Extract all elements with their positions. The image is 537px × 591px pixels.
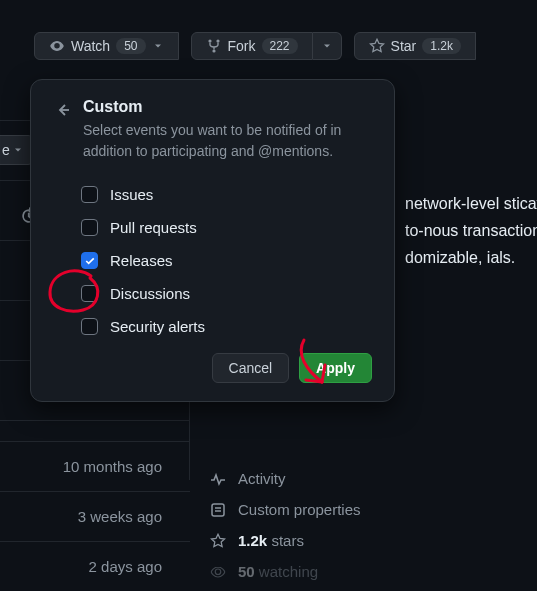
- time-row: 2 days ago: [0, 541, 190, 591]
- checkbox[interactable]: [81, 285, 98, 302]
- star-icon: [210, 533, 226, 549]
- activity-row[interactable]: Activity: [210, 470, 361, 487]
- watch-custom-popover: Custom Select events you want to be noti…: [30, 79, 395, 402]
- time-row: 3 weeks ago: [0, 491, 190, 541]
- activity-label: Activity: [238, 470, 286, 487]
- checkbox[interactable]: [81, 186, 98, 203]
- option-security-alerts[interactable]: Security alerts: [81, 318, 372, 335]
- star-count: 1.2k: [422, 38, 461, 54]
- note-icon: [210, 502, 226, 518]
- caret-down-icon: [321, 38, 333, 54]
- watch-button-group: Watch 50: [34, 32, 179, 60]
- option-label: Pull requests: [110, 219, 197, 236]
- svg-point-5: [212, 49, 215, 52]
- star-label: Star: [391, 38, 417, 54]
- popover-title: Custom: [83, 98, 372, 116]
- svg-point-4: [216, 39, 219, 42]
- repo-description-fragment: network-level sticated end-to-nous trans…: [405, 190, 537, 272]
- watching-count: 50: [238, 563, 255, 580]
- repo-meta-sidebar: Activity Custom properties 1.2k stars 50…: [210, 470, 361, 580]
- checkbox[interactable]: [81, 219, 98, 236]
- watching-suffix: watching: [259, 563, 318, 580]
- option-label: Releases: [110, 252, 173, 269]
- caret-down-icon: [152, 38, 164, 54]
- custom-properties-row[interactable]: Custom properties: [210, 501, 361, 518]
- cancel-button[interactable]: Cancel: [212, 353, 290, 383]
- option-label: Issues: [110, 186, 153, 203]
- option-discussions[interactable]: Discussions: [81, 285, 372, 302]
- pulse-icon: [210, 471, 226, 487]
- popover-description: Select events you want to be notified of…: [83, 120, 372, 162]
- repo-action-bar: Watch 50 Fork 222 Star 1.2k: [34, 32, 537, 60]
- watch-button[interactable]: Watch 50: [34, 32, 179, 60]
- stars-row[interactable]: 1.2k stars: [210, 532, 361, 549]
- custom-properties-label: Custom properties: [238, 501, 361, 518]
- option-pull-requests[interactable]: Pull requests: [81, 219, 372, 236]
- chip-text: e: [2, 142, 10, 158]
- option-label: Discussions: [110, 285, 190, 302]
- option-releases[interactable]: Releases: [81, 252, 372, 269]
- arrow-left-icon: [55, 102, 71, 118]
- star-button-group: Star 1.2k: [354, 32, 476, 60]
- fork-label: Fork: [228, 38, 256, 54]
- eye-icon: [49, 38, 65, 54]
- eye-icon: [210, 564, 226, 580]
- watching-row[interactable]: 50 watching: [210, 563, 361, 580]
- caret-down-icon: [12, 142, 24, 158]
- back-button[interactable]: [53, 100, 73, 123]
- fork-button[interactable]: Fork 222: [191, 32, 313, 60]
- apply-button[interactable]: Apply: [299, 353, 372, 383]
- fork-count: 222: [262, 38, 298, 54]
- fork-icon: [206, 38, 222, 54]
- option-label: Security alerts: [110, 318, 205, 335]
- notification-options-list: Issues Pull requests Releases Discussion…: [81, 186, 372, 335]
- checkbox[interactable]: [81, 318, 98, 335]
- star-button[interactable]: Star 1.2k: [354, 32, 476, 60]
- stars-suffix: stars: [271, 532, 304, 549]
- svg-point-3: [208, 39, 211, 42]
- checkbox-checked[interactable]: [81, 252, 98, 269]
- commit-times-column: 10 months ago 3 weeks ago 2 days ago: [0, 441, 190, 591]
- option-issues[interactable]: Issues: [81, 186, 372, 203]
- fork-button-group: Fork 222: [191, 32, 342, 60]
- time-row: 10 months ago: [0, 441, 190, 491]
- truncated-dropdown-chip[interactable]: e: [0, 135, 34, 165]
- fork-menu-button[interactable]: [313, 32, 342, 60]
- star-icon: [369, 38, 385, 54]
- stars-count: 1.2k: [238, 532, 267, 549]
- watch-label: Watch: [71, 38, 110, 54]
- watch-count: 50: [116, 38, 145, 54]
- svg-rect-0: [212, 504, 224, 516]
